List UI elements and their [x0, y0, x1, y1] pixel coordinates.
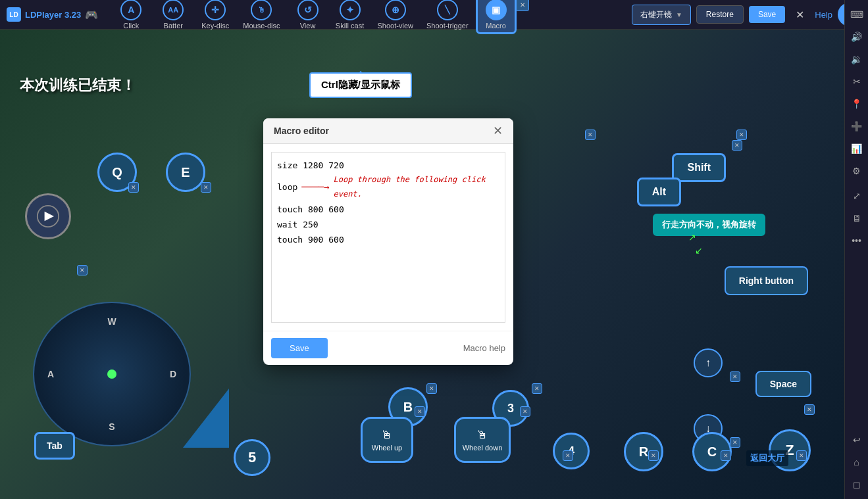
key-b-close[interactable]: ✕ [415, 406, 425, 417]
key-q-label: Q [112, 165, 122, 180]
save-button[interactable]: Save [749, 6, 785, 23]
tool-key-disc-label: Key-disc [201, 22, 229, 30]
tool-view-icon: ↺ [297, 0, 319, 20]
toolbar: LD LDPlayer 3.23 🎮 A Click AA Batter ✛ K… [0, 0, 868, 30]
monitor-icon[interactable]: 🖥 [848, 209, 866, 227]
right-button[interactable]: Right button [725, 266, 808, 295]
app-title: LDPlayer 3.23 [25, 10, 81, 20]
shift-close[interactable]: ✕ [732, 140, 742, 151]
shift-area-close[interactable]: ✕ [736, 130, 747, 140]
shoot-icon-svg [36, 204, 60, 228]
space-button[interactable]: Space [755, 371, 811, 397]
tool-skill-cast-icon: ✦ [340, 0, 361, 20]
expand-icon[interactable]: ⤢ [848, 187, 866, 205]
tool-click[interactable]: A Click [111, 0, 151, 32]
key-b-label: B [403, 400, 413, 415]
tool-shoot-trigger-label: Shoot-trigger [426, 22, 469, 30]
key-c-label: C [707, 444, 717, 460]
more-icon[interactable]: ••• [848, 231, 866, 250]
key-5-button[interactable]: 5 [234, 439, 270, 476]
ctrl-hint-tooltip: Ctrl隐藏/显示鼠标 [309, 72, 412, 98]
key-c-close[interactable]: ✕ [721, 450, 731, 461]
shift-button[interactable]: Shift [672, 153, 726, 182]
macro-line-touch1: touch 800 600 [277, 202, 499, 217]
macro-line-loop: loop ────→ Loop through the following cl… [277, 173, 499, 201]
joystick-center [107, 369, 116, 379]
macro-help-button[interactable]: Macro help [463, 343, 505, 353]
b-top-close[interactable]: ✕ [426, 383, 437, 394]
tool-shoot-trigger[interactable]: ╲ Shoot-trigger [421, 0, 474, 32]
tool-mouse-disc[interactable]: 🖱 Mouse-disc [238, 0, 285, 32]
tool-mouse-disc-label: Mouse-disc [243, 22, 280, 30]
tool-skill-cast[interactable]: ✦ Skill cast [330, 0, 370, 32]
modal-close-button[interactable]: ✕ [493, 125, 503, 137]
alt-button[interactable]: Alt [637, 178, 681, 206]
wheel-down-label: Wheel down [463, 444, 503, 452]
tool-shoot-trigger-icon: ╲ [437, 0, 458, 20]
settings-icon[interactable]: ⚙ [848, 162, 866, 180]
gamepad-icon: 🎮 [85, 9, 98, 21]
key-q-close[interactable]: ✕ [128, 182, 139, 193]
key-e-button[interactable]: E [166, 153, 205, 192]
volume-up-icon[interactable]: 🔊 [848, 28, 866, 46]
volume-down-icon[interactable]: 🔉 [848, 50, 866, 68]
location-icon[interactable]: 📍 [848, 95, 866, 113]
joystick[interactable]: W A D S [33, 302, 204, 446]
help-button[interactable]: Help [815, 10, 832, 20]
key-r-close[interactable]: ✕ [648, 450, 659, 461]
toolbar-right: 右键开镜 ▼ Restore Save ✕ Help M [625, 3, 868, 26]
tab-button[interactable]: Tab [34, 432, 75, 460]
key-z-close[interactable]: ✕ [796, 450, 807, 461]
joystick-outer[interactable]: W A D S [33, 302, 191, 446]
tool-macro-icon: ▣ [486, 0, 507, 20]
up-arrow-button[interactable]: ↑ [694, 348, 723, 377]
macro-panel-close[interactable]: ✕ [516, 0, 529, 11]
tool-macro[interactable]: ▣ Macro [476, 0, 516, 34]
right-button-label: Right button [739, 275, 794, 286]
key-4-close[interactable]: ✕ [563, 450, 573, 461]
wheel-down-button[interactable]: 🖱 Wheel down [454, 417, 511, 463]
green-arrow-icon: ↗ [688, 232, 696, 243]
restore-button[interactable]: Restore [696, 5, 744, 24]
key-e-close[interactable]: ✕ [201, 182, 211, 193]
down-close[interactable]: ✕ [730, 437, 740, 448]
wheel-up-button[interactable]: 🖱 Wheel up [361, 417, 413, 463]
macro-line-touch2: touch 900 600 [277, 232, 499, 247]
key-3-label: 3 [507, 402, 514, 416]
shoot-close[interactable]: ✕ [77, 265, 88, 275]
shoot-button[interactable] [25, 193, 71, 239]
chart-icon[interactable]: 📊 [848, 139, 866, 158]
wheel-up-icon: 🖱 [381, 429, 393, 442]
up-close[interactable]: ✕ [730, 371, 740, 382]
modal-title: Macro editor [274, 126, 329, 136]
overlay-cn-text: 行走方向不动，视角旋转 [653, 214, 765, 236]
home-icon[interactable]: ⌂ [848, 453, 866, 471]
wheel-down-icon: 🖱 [476, 429, 488, 442]
tool-view[interactable]: ↺ View [288, 0, 328, 32]
tools-container: A Click AA Batter ✛ Key-disc 🖱 Mouse-dis… [105, 0, 625, 34]
mode-dropdown-label: 右键开镜 [640, 9, 672, 20]
space-close[interactable]: ✕ [804, 404, 815, 415]
alt-area-close[interactable]: ✕ [585, 130, 596, 140]
recents-icon[interactable]: ◻ [848, 475, 866, 494]
joystick-d-label: D [170, 369, 176, 379]
shift-label: Shift [687, 162, 711, 174]
back-icon[interactable]: ↩ [848, 431, 866, 449]
modal-save-button[interactable]: Save [271, 338, 328, 358]
3-top-close[interactable]: ✕ [532, 383, 542, 394]
toolbar-close-button[interactable]: ✕ [790, 6, 809, 24]
add-icon[interactable]: ➕ [848, 117, 866, 135]
app-logo-icon: LD [7, 7, 21, 22]
tool-shoot-view[interactable]: ⊕ Shoot-view [372, 0, 419, 32]
scissors-icon[interactable]: ✂ [848, 72, 866, 91]
keyboard-icon[interactable]: ⌨ [848, 5, 866, 24]
tool-key-disc[interactable]: ✛ Key-disc [195, 0, 235, 32]
space-label: Space [770, 379, 797, 389]
macro-editor-textarea[interactable]: size 1280 720 loop ────→ Loop through th… [271, 152, 505, 323]
key-3-close[interactable]: ✕ [520, 406, 530, 417]
joystick-w-label: W [107, 316, 116, 327]
macro-line-wait: wait 250 [277, 217, 499, 232]
joystick-a-label: A [47, 369, 54, 379]
mode-dropdown[interactable]: 右键开镜 ▼ [632, 5, 691, 25]
tool-batter[interactable]: AA Batter [153, 0, 193, 32]
